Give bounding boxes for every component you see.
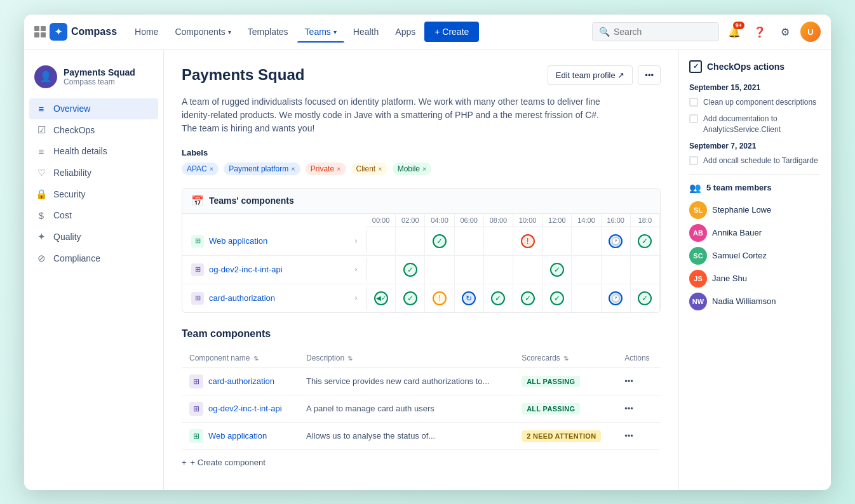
tcell-4: [484, 227, 513, 255]
td-actions-ogdev2[interactable]: •••: [617, 395, 661, 422]
member-row-stephanie: SL Stephanie Lowe: [689, 201, 821, 219]
label-private-remove[interactable]: ×: [337, 165, 340, 173]
nav-apps[interactable]: Apps: [387, 22, 423, 42]
tcell2-3: [455, 256, 484, 284]
timeline-comp-web-app[interactable]: ⊞ Web application ›: [182, 230, 367, 253]
user-avatar[interactable]: U: [800, 22, 821, 42]
timeline-section: 📅 Teams' components 00:00 02:00 04:00 06…: [182, 188, 661, 313]
member-row-jane: JS Jane Shu: [689, 270, 821, 288]
timeline-row-chevron: ›: [355, 237, 357, 244]
help-button[interactable]: ❓: [750, 22, 770, 42]
sidebar-item-security[interactable]: 🔒 Security: [29, 183, 158, 205]
th-description: Description ⇅: [299, 348, 514, 368]
search-input[interactable]: [614, 27, 712, 37]
tcell3-9: ✓: [631, 284, 660, 312]
label-payment-platform[interactable]: Payment platform ×: [224, 162, 300, 175]
time-0400: 04:00: [425, 214, 454, 227]
timeline-title: 📅 Teams' components: [191, 195, 294, 207]
sort-icon-desc[interactable]: ⇅: [347, 355, 353, 362]
logo-area[interactable]: ✦ Compass: [34, 23, 117, 41]
member-avatar-nadia: NW: [689, 293, 707, 310]
checkops-text-2: Add documentation to AnalyticsService.Cl…: [703, 114, 821, 135]
page-title: Payments Squad: [182, 66, 304, 84]
td-actions-webapp[interactable]: •••: [617, 422, 661, 449]
label-mobile[interactable]: Mobile ×: [393, 162, 432, 175]
security-icon: 🔒: [36, 189, 47, 200]
comp-name-link-webapp[interactable]: ⊞ Web application: [189, 429, 291, 443]
sidebar-item-health-details[interactable]: ≡ Health details: [29, 141, 158, 162]
settings-button[interactable]: ⚙: [775, 22, 795, 42]
app-grid-icon[interactable]: [34, 26, 46, 37]
sidebar-item-checkops[interactable]: ☑ CheckOps: [29, 119, 158, 141]
status-ca-yellow: !: [433, 291, 447, 305]
checkops-checkbox-1[interactable]: [689, 98, 698, 107]
label-apac-remove[interactable]: ×: [210, 165, 213, 173]
comp-name-link-ogdev2[interactable]: ⊞ og-dev2-inc-t-int-api: [189, 402, 291, 416]
date-header-sep15: September 15, 2021: [689, 83, 821, 92]
sidebar-item-overview[interactable]: ≡ Overview: [29, 98, 158, 119]
label-apac[interactable]: APAC ×: [182, 162, 219, 175]
time-0800: 08:00: [484, 214, 513, 227]
plus-icon: +: [182, 458, 187, 467]
timeline-comp-card-auth[interactable]: ⊞ card-authorization ›: [182, 287, 367, 310]
team-members-title: 👥 5 team members: [689, 182, 821, 194]
nav-home[interactable]: Home: [127, 22, 166, 42]
sidebar-item-label-security: Security: [53, 189, 86, 199]
checkops-item-1: Clean up component descriptions: [689, 97, 821, 108]
tcell2-9: [631, 256, 660, 284]
tcell-9: ✓: [631, 227, 660, 255]
team-type: Compass team: [64, 77, 135, 86]
sort-icon-scorecards[interactable]: ⇅: [563, 355, 569, 362]
label-mobile-remove[interactable]: ×: [422, 165, 426, 173]
label-payment-platform-remove[interactable]: ×: [291, 165, 295, 173]
td-name-card-auth: ⊞ card-authorization: [182, 368, 299, 395]
content-header: Payments Squad Edit team profile ↗ •••: [182, 65, 661, 85]
sidebar-item-quality[interactable]: ✦ Quality: [29, 226, 158, 248]
comp-name-link-card-auth[interactable]: ⊞ card-authorization: [189, 375, 291, 388]
create-component-button[interactable]: + + Create component: [182, 450, 661, 475]
sidebar-item-cost[interactable]: $ Cost: [29, 205, 158, 226]
sidebar-item-compliance[interactable]: ⊘ Compliance: [29, 248, 158, 269]
time-1600: 16:00: [602, 214, 631, 227]
status-ca-green1: ✓: [403, 291, 417, 305]
label-client-remove[interactable]: ×: [378, 165, 382, 173]
td-name-webapp: ⊞ Web application: [182, 422, 299, 449]
components-table: Component name ⇅ Description ⇅ Scorecard…: [182, 348, 661, 450]
team-header: 👤 Payments Squad Compass team: [24, 60, 163, 98]
settings-icon: ⚙: [781, 26, 790, 38]
td-scorecard-webapp: 2 NEED ATTENTION: [514, 422, 617, 449]
more-options-button[interactable]: •••: [638, 65, 661, 85]
nav-templates[interactable]: Templates: [240, 22, 296, 42]
label-private[interactable]: Private ×: [306, 162, 346, 175]
search-box[interactable]: 🔍: [592, 22, 719, 41]
scorecard-badge-card-auth: ALL PASSING: [522, 376, 580, 387]
sidebar-item-reliability[interactable]: ♡ Reliability: [29, 162, 158, 183]
health-details-icon: ≡: [36, 146, 47, 157]
member-avatar-jane: JS: [689, 270, 707, 288]
checkops-checkbox-2[interactable]: [689, 114, 698, 123]
tcell-6: [542, 227, 572, 255]
date-header-sep7: September 7, 2021: [689, 142, 821, 150]
timeline-header: 📅 Teams' components: [182, 189, 660, 214]
checkops-checkbox-3[interactable]: [689, 156, 698, 165]
reliability-icon: ♡: [36, 167, 47, 178]
member-row-samuel: SC Samuel Cortez: [689, 247, 821, 265]
nav-components[interactable]: Components ▾: [167, 22, 238, 42]
right-panel: ✓ CheckOps actions September 15, 2021 Cl…: [678, 50, 831, 490]
td-actions-card-auth[interactable]: •••: [617, 368, 661, 395]
status-ca-blue2: 🕐: [609, 291, 623, 305]
status-dot-blue: 🕐: [609, 234, 623, 248]
notifications-button[interactable]: 🔔 9+: [724, 22, 744, 42]
label-client[interactable]: Client ×: [351, 162, 387, 175]
labels-section: Labels APAC × Payment platform × Private…: [182, 148, 661, 175]
sort-icon-name[interactable]: ⇅: [253, 355, 259, 362]
nav-health[interactable]: Health: [346, 22, 386, 42]
edit-profile-button[interactable]: Edit team profile ↗: [548, 65, 633, 85]
sidebar-item-label-checkops: CheckOps: [53, 125, 95, 135]
create-button[interactable]: + Create: [424, 22, 479, 42]
timeline-comp-ogdev2[interactable]: ⊞ og-dev2-inc-t-int-api ›: [182, 258, 367, 281]
tcell2-2: [425, 256, 454, 284]
team-name: Payments Squad: [64, 67, 135, 77]
nav-teams[interactable]: Teams ▾: [297, 22, 344, 42]
time-1400: 14:00: [572, 214, 601, 227]
